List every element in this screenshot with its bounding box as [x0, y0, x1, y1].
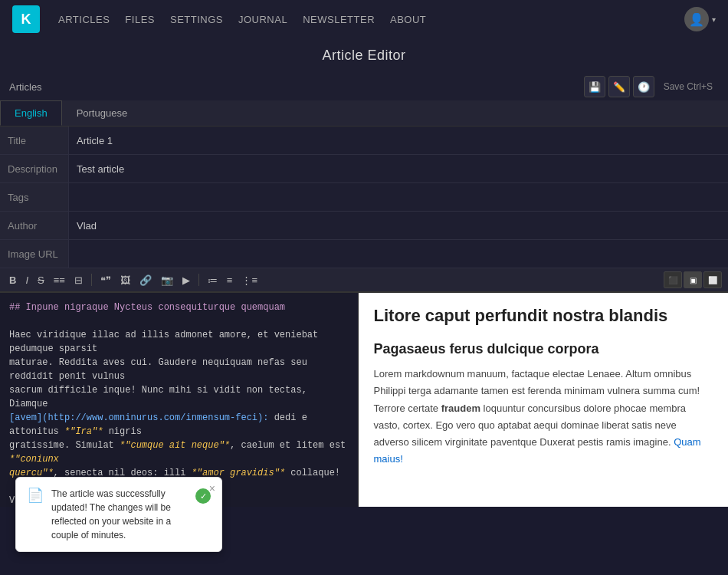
preview-editor: Litore caput perfundit nostra blandis Pa…: [359, 293, 729, 507]
video-btn[interactable]: ▶: [179, 273, 193, 288]
history-icon-btn[interactable]: 🕐: [633, 76, 654, 97]
preview-h1: Litore caput perfundit nostra blandis: [374, 305, 713, 327]
title-label: Title: [0, 127, 69, 154]
image-btn[interactable]: 🖼: [117, 273, 133, 288]
italic-btn[interactable]: I: [22, 273, 31, 288]
title-row: Title: [0, 127, 728, 155]
top-nav: K ARTICLES FILES SETTINGS JOURNAL NEWSLE…: [0, 0, 728, 38]
editor-panes: ## Inpune nigraque Nycteus consequiturqu…: [0, 292, 728, 507]
source-editor[interactable]: ## Inpune nigraque Nycteus consequiturqu…: [0, 293, 359, 507]
description-input[interactable]: [69, 159, 728, 179]
bold-btn[interactable]: B: [6, 273, 19, 288]
toast-close-btn[interactable]: ×: [209, 482, 215, 495]
edit-icon-btn[interactable]: ✏️: [608, 76, 630, 97]
save-button[interactable]: Save Ctrl+S: [657, 78, 719, 95]
preview-link[interactable]: Quam maius!: [374, 436, 701, 465]
user-area[interactable]: 👤 ▾: [684, 7, 716, 31]
ul-btn[interactable]: ≔: [205, 273, 221, 288]
nav-files[interactable]: FILES: [125, 14, 155, 25]
nav-links: ARTICLES FILES SETTINGS JOURNAL NEWSLETT…: [58, 14, 666, 25]
language-tabs: English Portuguese: [0, 100, 728, 127]
ol-btn[interactable]: ≡: [224, 273, 236, 288]
description-label: Description: [0, 155, 69, 182]
preview-p1: Lorem markdownum manuum, factaque electa…: [374, 366, 713, 468]
image-url-input[interactable]: [69, 244, 728, 264]
description-row: Description: [0, 155, 728, 183]
author-label: Author: [0, 212, 69, 239]
preview-h2: Pagasaeus ferus dulcique corpora: [374, 338, 713, 360]
tags-label: Tags: [0, 183, 69, 211]
nav-articles[interactable]: ARTICLES: [58, 14, 110, 25]
image-url-row: Image URL: [0, 240, 728, 268]
toast-notification: 📄 The article was successfully updated! …: [15, 477, 222, 552]
dual-pane-icon[interactable]: ▣: [684, 271, 702, 288]
editor-area: Title Description Tags Author Image URL: [0, 127, 728, 268]
preview-bold: fraudem: [441, 402, 480, 414]
blockquote-btn[interactable]: ⊟: [71, 273, 86, 288]
image-url-label: Image URL: [0, 240, 69, 268]
author-input[interactable]: [69, 215, 728, 236]
tab-english[interactable]: English: [0, 100, 62, 126]
quote-btn[interactable]: ❝❞: [97, 273, 114, 288]
toolbar-icons: 💾 ✏️ 🕐 Save Ctrl+S: [584, 76, 719, 97]
author-row: Author: [0, 212, 728, 240]
strikethrough-btn[interactable]: S: [34, 273, 48, 288]
heading-btn[interactable]: ≡≡: [51, 273, 68, 288]
breadcrumb[interactable]: Articles: [9, 81, 42, 93]
tab-portuguese[interactable]: Portuguese: [62, 100, 143, 126]
user-menu-chevron: ▾: [712, 15, 716, 24]
breadcrumb-bar: Articles 💾 ✏️ 🕐 Save Ctrl+S: [0, 73, 728, 100]
link-btn[interactable]: 🔗: [136, 273, 155, 288]
toast-doc-icon: 📄: [27, 487, 44, 504]
indent-btn[interactable]: ⋮≡: [238, 273, 261, 288]
split-pane-icon[interactable]: ⬛: [664, 271, 682, 288]
tags-input[interactable]: [69, 187, 728, 208]
toast-message: The article was successfully updated! Th…: [51, 487, 188, 542]
nav-settings[interactable]: SETTINGS: [170, 14, 223, 25]
text-editor-toolbar: B I S ≡≡ ⊟ ❝❞ 🖼 🔗 📷 ▶ ≔ ≡ ⋮≡ ⬛ ▣ ⬜: [0, 268, 728, 292]
preview-pane-icon[interactable]: ⬜: [703, 271, 722, 288]
title-input[interactable]: [69, 130, 728, 151]
nav-about[interactable]: ABOUT: [390, 14, 426, 25]
app-logo: K: [12, 5, 40, 33]
photo-btn[interactable]: 📷: [158, 273, 176, 288]
nav-newsletter[interactable]: NEWSLETTER: [303, 14, 375, 25]
page-title: Article Editor: [0, 38, 728, 73]
user-avatar[interactable]: 👤: [684, 7, 709, 31]
save-icon-btn[interactable]: 💾: [584, 76, 605, 97]
tags-row: Tags: [0, 183, 728, 212]
nav-journal[interactable]: JOURNAL: [238, 14, 287, 25]
